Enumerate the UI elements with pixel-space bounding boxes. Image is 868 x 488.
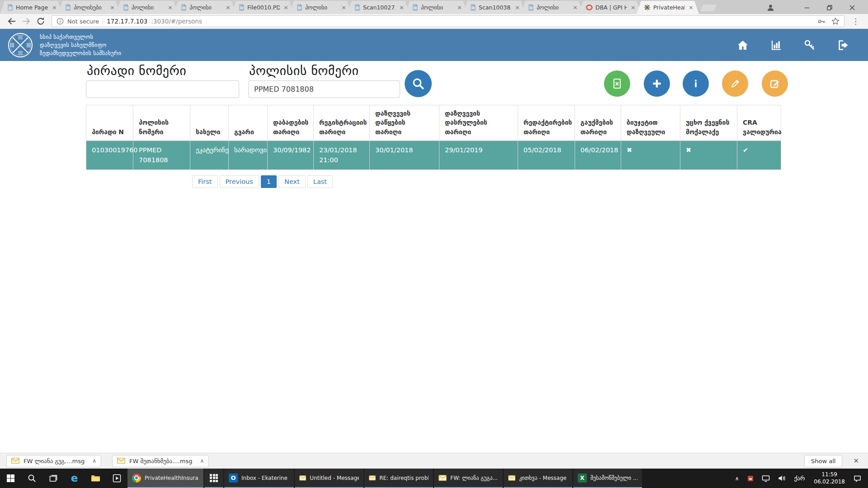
- edge-icon[interactable]: e: [64, 469, 85, 488]
- column-header: ბიუჯეტით დაზღვეული: [621, 105, 680, 141]
- task-view-icon[interactable]: [42, 469, 64, 488]
- chevron-up-icon[interactable]: ∧: [200, 458, 204, 464]
- personal-number-label: პირადი ნომერი: [87, 63, 186, 78]
- action-center-icon[interactable]: [849, 475, 865, 482]
- browser-tab[interactable]: პოლისი ×: [116, 1, 178, 14]
- personal-number-input[interactable]: [86, 80, 239, 98]
- add-button[interactable]: [644, 70, 670, 97]
- search-button[interactable]: [405, 70, 432, 97]
- show-all-downloads-button[interactable]: Show all: [804, 455, 842, 467]
- reload-button[interactable]: [33, 15, 48, 28]
- key-icon[interactable]: [803, 38, 816, 52]
- browser-tab[interactable]: Scan10038.JPG ×: [463, 1, 525, 14]
- tab-label: Home Page: [16, 4, 48, 11]
- tab-close-icon[interactable]: ×: [51, 4, 58, 11]
- taskbar-window-excel[interactable]: X შესამოწმებელი ...: [573, 469, 642, 488]
- tab-label: File0010.PDF: [247, 4, 280, 11]
- cell-cra-valid-check-icon: ✔: [737, 141, 781, 170]
- tab-close-icon[interactable]: ×: [572, 4, 579, 11]
- export-excel-button[interactable]: [604, 70, 630, 97]
- pagination-previous[interactable]: Previous: [220, 175, 259, 188]
- browser-tab[interactable]: File0010.PDF ×: [231, 1, 294, 14]
- tab-close-icon[interactable]: ×: [688, 4, 694, 11]
- edit-form-button[interactable]: [762, 70, 788, 97]
- edit-button[interactable]: [722, 70, 748, 97]
- policy-number-input[interactable]: [248, 80, 400, 98]
- tab-close-icon[interactable]: ×: [109, 4, 116, 11]
- browser-tab[interactable]: Scan10027.JPG ×: [347, 1, 410, 14]
- pagination-page-1[interactable]: 1: [261, 175, 277, 188]
- taskbar-window-app-grid[interactable]: [204, 469, 223, 488]
- oracle-icon: [586, 4, 593, 11]
- download-item[interactable]: FW შეთანხმება....msg ∧: [112, 455, 209, 467]
- tab-close-icon[interactable]: ×: [456, 4, 463, 11]
- tab-label: PrivateHealthIn: [653, 4, 685, 11]
- taskbar-window-message[interactable]: RE: daireqtis proble...: [364, 469, 433, 488]
- movies-app-icon[interactable]: [106, 469, 127, 488]
- tray-expand-chevron-icon[interactable]: ∧: [731, 475, 743, 482]
- tab-close-icon[interactable]: ×: [514, 4, 521, 11]
- windows-logo-icon: [7, 474, 15, 483]
- excel-file-icon: [611, 77, 623, 90]
- pagination-next[interactable]: Next: [278, 175, 306, 188]
- chrome-menu-icon[interactable]: ⋮: [848, 17, 863, 26]
- minimize-button[interactable]: [796, 1, 818, 14]
- tab-close-icon[interactable]: ×: [283, 4, 289, 11]
- divider: [103, 18, 103, 25]
- bookmark-star-icon[interactable]: [831, 17, 840, 25]
- info-icon[interactable]: [57, 18, 64, 25]
- logout-icon[interactable]: [836, 38, 850, 52]
- browser-tab[interactable]: პოლისი ×: [174, 1, 236, 14]
- browser-tab-active[interactable]: PrivateHealthIn ×: [637, 1, 699, 14]
- language-indicator[interactable]: ქარ: [790, 475, 810, 482]
- back-button[interactable]: [5, 15, 19, 28]
- cell-policy-number: PPMED 7081808: [133, 141, 190, 170]
- file-explorer-icon[interactable]: [85, 469, 106, 488]
- browser-tab[interactable]: პოლისი ×: [405, 1, 467, 14]
- taskbar-window-message[interactable]: Untitled - Message ...: [295, 469, 363, 488]
- browser-tab[interactable]: DBA | GPI Hold ×: [579, 1, 641, 14]
- browser-tab[interactable]: პოლისი ×: [289, 1, 352, 14]
- policy-number-label: პოლისის ნომერი: [249, 63, 359, 78]
- info-button[interactable]: [683, 70, 709, 97]
- taskbar-search-icon[interactable]: [21, 469, 42, 488]
- browser-tab[interactable]: პოლისები ×: [58, 1, 120, 14]
- tab-close-icon[interactable]: ×: [340, 4, 347, 11]
- chevron-up-icon[interactable]: ∧: [92, 458, 96, 464]
- address-bar[interactable]: Not secure 172.17.7.103 :3030/#/persons: [52, 15, 844, 27]
- tab-close-icon[interactable]: ×: [225, 4, 231, 11]
- taskbar-window-message[interactable]: კითხვა - Message ...: [504, 469, 572, 488]
- close-button[interactable]: [841, 1, 863, 14]
- restore-button[interactable]: [818, 1, 841, 14]
- clock-time: 11:59: [814, 471, 845, 479]
- forward-button[interactable]: [19, 15, 33, 28]
- pagination-last[interactable]: Last: [307, 175, 333, 188]
- tab-close-icon[interactable]: ×: [630, 4, 637, 11]
- taskbar-clock[interactable]: 11:59 06.02.2018: [809, 471, 849, 485]
- browser-tab[interactable]: Home Page ×: [0, 1, 62, 14]
- document-icon: [65, 4, 71, 11]
- download-item[interactable]: FW ლიანა გუგ....msg ∧: [6, 455, 101, 467]
- start-button[interactable]: [0, 469, 21, 488]
- saved-password-key-icon[interactable]: [817, 17, 826, 26]
- column-header: დაბადების თარიღი: [268, 105, 314, 141]
- browser-window: Home Page × პოლისები × პოლისი × პოლისი ×…: [0, 0, 868, 488]
- tab-close-icon[interactable]: ×: [167, 4, 174, 11]
- new-tab-button[interactable]: [700, 5, 717, 11]
- taskbar-window-chrome[interactable]: PrivateHealthInsura...: [127, 469, 203, 488]
- profile-icon[interactable]: [766, 4, 775, 12]
- pagination-first[interactable]: First: [192, 175, 218, 188]
- tray-display-icon[interactable]: [758, 475, 774, 482]
- document-icon: [123, 4, 129, 11]
- home-icon[interactable]: [736, 38, 750, 52]
- close-shelf-icon[interactable]: ✕: [850, 457, 862, 465]
- tab-close-icon[interactable]: ×: [398, 4, 405, 11]
- browser-tab[interactable]: პოლისი ×: [521, 1, 583, 14]
- table-row-selected[interactable]: 01030019760 PPMED 7081808 ეკატერინე სარა…: [86, 141, 781, 170]
- tray-volume-icon[interactable]: [774, 475, 790, 482]
- taskbar-window-message[interactable]: FW: ლიანა გუგა...: [434, 469, 503, 488]
- chart-icon[interactable]: [769, 38, 783, 52]
- tray-app-icon[interactable]: [743, 475, 758, 482]
- app-grid-icon: [210, 474, 218, 482]
- taskbar-window-outlook-inbox[interactable]: O Inbox - Ekaterine O...: [224, 469, 294, 488]
